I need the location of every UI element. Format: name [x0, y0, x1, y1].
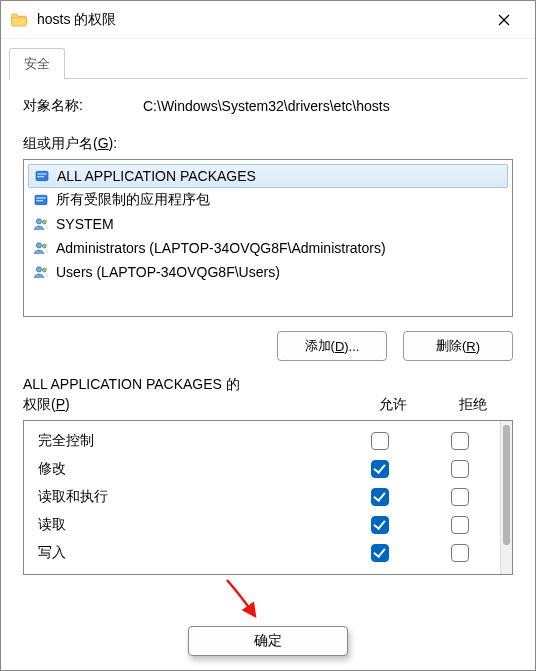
permissions-table: 完全控制修改读取和执行读取写入	[23, 420, 513, 575]
allow-cell	[340, 488, 420, 506]
column-deny: 拒绝	[433, 396, 513, 414]
allow-checkbox[interactable]	[371, 544, 389, 562]
svg-rect-6	[36, 197, 45, 198]
ok-button[interactable]: 确定	[188, 626, 348, 656]
svg-rect-4	[37, 176, 44, 177]
permissions-scrollbar[interactable]	[500, 421, 512, 574]
allow-checkbox[interactable]	[371, 488, 389, 506]
svg-point-13	[42, 268, 46, 272]
permission-name: 修改	[38, 460, 340, 478]
groups-label: 组或用户名(G):	[23, 135, 513, 153]
groups-listbox[interactable]: ALL APPLICATION PACKAGES所有受限制的应用程序包SYSTE…	[23, 159, 513, 317]
titlebar: hosts 的权限	[1, 1, 535, 39]
folder-icon	[9, 10, 29, 30]
svg-point-9	[42, 220, 46, 224]
window-title: hosts 的权限	[37, 11, 481, 29]
allow-cell	[340, 516, 420, 534]
allow-cell	[340, 544, 420, 562]
deny-cell	[420, 516, 500, 534]
deny-cell	[420, 488, 500, 506]
deny-cell	[420, 460, 500, 478]
list-item[interactable]: Administrators (LAPTOP-34OVQG8F\Administ…	[28, 236, 508, 260]
svg-point-8	[36, 219, 41, 224]
permission-name: 读取	[38, 516, 340, 534]
permission-name: 读取和执行	[38, 488, 340, 506]
list-item-label: Users (LAPTOP-34OVQG8F\Users)	[56, 264, 280, 280]
package-icon	[32, 191, 50, 209]
list-item-label: Administrators (LAPTOP-34OVQG8F\Administ…	[56, 240, 386, 256]
allow-cell	[340, 460, 420, 478]
permissions-header: ALL APPLICATION PACKAGES 的 权限(P) 允许 拒绝	[23, 375, 513, 414]
column-allow: 允许	[353, 396, 433, 414]
list-item[interactable]: 所有受限制的应用程序包	[28, 188, 508, 212]
object-name-row: 对象名称: C:\Windows\System32\drivers\etc\ho…	[23, 97, 513, 115]
permissions-rows: 完全控制修改读取和执行读取写入	[24, 421, 500, 574]
allow-checkbox[interactable]	[371, 516, 389, 534]
allow-checkbox[interactable]	[371, 432, 389, 450]
package-icon	[33, 167, 51, 185]
list-item-label: ALL APPLICATION PACKAGES	[57, 168, 256, 184]
users-icon	[32, 239, 50, 257]
permission-row: 修改	[24, 455, 500, 483]
permissions-dialog: hosts 的权限 安全 对象名称: C:\Windows\System32\d…	[0, 0, 536, 671]
allow-checkbox[interactable]	[371, 460, 389, 478]
svg-rect-7	[36, 200, 43, 201]
deny-cell	[420, 432, 500, 450]
deny-checkbox[interactable]	[451, 516, 469, 534]
list-item-label: SYSTEM	[56, 216, 114, 232]
security-panel: 对象名称: C:\Windows\System32\drivers\etc\ho…	[1, 79, 535, 612]
list-item[interactable]: ALL APPLICATION PACKAGES	[28, 164, 508, 188]
permission-row: 完全控制	[24, 427, 500, 455]
permission-name: 写入	[38, 544, 340, 562]
add-button[interactable]: 添加(D)...	[277, 331, 387, 361]
svg-point-12	[36, 267, 41, 272]
list-item[interactable]: SYSTEM	[28, 212, 508, 236]
deny-checkbox[interactable]	[451, 544, 469, 562]
deny-cell	[420, 544, 500, 562]
dialog-buttons: 确定	[1, 612, 535, 670]
svg-point-10	[36, 243, 41, 248]
list-item-label: 所有受限制的应用程序包	[56, 191, 210, 209]
svg-point-11	[42, 244, 46, 248]
permissions-header-label: ALL APPLICATION PACKAGES 的 权限(P)	[23, 375, 353, 414]
allow-cell	[340, 432, 420, 450]
users-icon	[32, 215, 50, 233]
permission-row: 读取	[24, 511, 500, 539]
object-name-value: C:\Windows\System32\drivers\etc\hosts	[143, 98, 390, 114]
tab-strip: 安全	[1, 39, 535, 78]
close-button[interactable]	[481, 1, 527, 39]
permission-row: 写入	[24, 539, 500, 567]
deny-checkbox[interactable]	[451, 432, 469, 450]
users-icon	[32, 263, 50, 281]
svg-rect-3	[37, 173, 46, 174]
group-buttons: 添加(D)... 删除(R)	[23, 331, 513, 361]
scrollbar-thumb[interactable]	[503, 425, 510, 545]
deny-checkbox[interactable]	[451, 460, 469, 478]
remove-button[interactable]: 删除(R)	[403, 331, 513, 361]
permission-row: 读取和执行	[24, 483, 500, 511]
tab-security[interactable]: 安全	[9, 48, 65, 79]
deny-checkbox[interactable]	[451, 488, 469, 506]
list-item[interactable]: Users (LAPTOP-34OVQG8F\Users)	[28, 260, 508, 284]
permission-name: 完全控制	[38, 432, 340, 450]
object-name-label: 对象名称:	[23, 97, 143, 115]
